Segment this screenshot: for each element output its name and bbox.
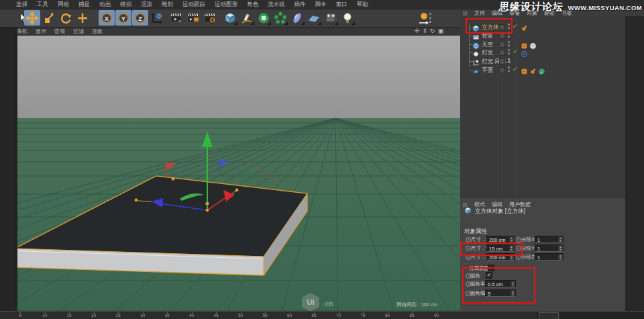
object-row-4[interactable]: 灯光.目标.1 bbox=[460, 57, 625, 65]
layer-chip[interactable] bbox=[499, 24, 505, 30]
menu-item-4[interactable]: 面板 bbox=[92, 28, 103, 35]
menu-item-0[interactable]: 摄像机 bbox=[17, 28, 28, 35]
spinner[interactable]: ▲▼ bbox=[557, 254, 563, 260]
array-button[interactable] bbox=[272, 10, 288, 26]
menu-item-3[interactable]: 过滤 bbox=[73, 28, 84, 35]
keyframe-circle[interactable] bbox=[466, 246, 471, 251]
menu-item-2[interactable]: 选项 bbox=[54, 28, 65, 35]
last-tool-button[interactable] bbox=[74, 10, 91, 26]
render-region-button[interactable] bbox=[185, 10, 201, 26]
workplane-axis-icon[interactable]: xyz bbox=[417, 10, 437, 26]
maximize-view-icon[interactable]: ▣ bbox=[438, 28, 444, 34]
dot-orange-tag-icon[interactable] bbox=[529, 66, 537, 78]
camera-button[interactable] bbox=[323, 10, 339, 26]
pan-view-icon[interactable]: ✛ bbox=[415, 28, 420, 34]
lock-y-button[interactable]: Y bbox=[115, 10, 131, 26]
menu-item-5[interactable]: 书签 bbox=[561, 9, 572, 17]
value-field[interactable]: 1▲▼ bbox=[535, 244, 564, 252]
subdivision-button[interactable] bbox=[256, 10, 272, 26]
timeline-ruler[interactable]: 51015202530354045505560657075808590 bbox=[0, 311, 644, 319]
floor-button[interactable] bbox=[306, 10, 322, 26]
layer-chip[interactable] bbox=[499, 50, 505, 56]
tag-orange-tag-icon[interactable] bbox=[521, 66, 528, 78]
enabled-check-icon[interactable]: ✓ bbox=[513, 23, 518, 30]
render-view-button[interactable] bbox=[168, 10, 184, 26]
keyframe-circle[interactable] bbox=[516, 255, 521, 260]
visibility-dots[interactable] bbox=[508, 66, 510, 73]
menu-item-2[interactable]: 查看 bbox=[509, 9, 520, 17]
menu-item-4[interactable]: 动画 bbox=[99, 1, 111, 9]
enabled-check-icon[interactable]: ✓ bbox=[513, 66, 518, 73]
keyframe-circle[interactable] bbox=[516, 246, 521, 251]
zoom-view-icon[interactable]: ⇕ bbox=[423, 28, 428, 34]
value-field[interactable]: 200 cm▲▼ bbox=[486, 236, 515, 243]
layer-chip[interactable] bbox=[499, 33, 505, 39]
menu-item-12[interactable]: 插件 bbox=[294, 1, 306, 9]
spinner[interactable]: ▲▼ bbox=[508, 245, 514, 251]
visibility-dots[interactable] bbox=[508, 58, 510, 64]
menu-item-5[interactable]: 模拟 bbox=[120, 1, 131, 9]
render-settings-button[interactable] bbox=[202, 10, 218, 26]
value-field[interactable]: 1▲▼ bbox=[535, 253, 564, 261]
visibility-dots[interactable] bbox=[508, 32, 510, 39]
layer-chip[interactable] bbox=[499, 42, 505, 48]
move-button[interactable] bbox=[24, 10, 40, 26]
menu-item-3[interactable]: 对象 bbox=[527, 9, 537, 17]
spinner[interactable]: ▲▼ bbox=[508, 254, 514, 260]
separate-surfaces-checkbox[interactable] bbox=[488, 265, 494, 271]
object-row-0[interactable]: 立方体 ✓ bbox=[460, 23, 625, 31]
menu-item-0[interactable]: 文件 bbox=[474, 9, 485, 17]
menu-item-8[interactable]: 运动跟踪 bbox=[182, 1, 205, 9]
visibility-dots[interactable] bbox=[508, 41, 510, 48]
primitive-cube-button[interactable] bbox=[222, 10, 238, 26]
viewport-scene[interactable]: UI ·cn 网格间距 : 100 cm bbox=[17, 35, 460, 314]
object-name[interactable]: 背景 bbox=[482, 32, 493, 40]
texture-green-tag-icon[interactable] bbox=[538, 66, 545, 78]
enabled-check-icon[interactable]: ✓ bbox=[513, 48, 518, 55]
layer-chip[interactable] bbox=[499, 58, 505, 64]
object-row-2[interactable]: 天空 bbox=[460, 40, 625, 48]
keyframe-circle[interactable] bbox=[466, 237, 471, 242]
object-name[interactable]: 灯光 bbox=[482, 49, 493, 57]
spinner[interactable]: ▲▼ bbox=[557, 245, 563, 251]
value-field[interactable]: 1▲▼ bbox=[535, 236, 564, 243]
object-row-3[interactable]: 灯光 ✓ bbox=[460, 48, 625, 56]
object-name[interactable]: 立方体 bbox=[482, 24, 499, 32]
menu-item-14[interactable]: 窗口 bbox=[336, 1, 347, 9]
object-name[interactable]: 平面 bbox=[482, 66, 493, 75]
menu-item-1[interactable]: 工具 bbox=[37, 1, 48, 9]
keyframe-circle[interactable] bbox=[466, 255, 471, 260]
coord-system-button[interactable] bbox=[149, 10, 165, 26]
menu-item-13[interactable]: 脚本 bbox=[315, 1, 327, 9]
deformer-bend-button[interactable] bbox=[289, 10, 305, 26]
menu-item-9[interactable]: 运动图形 bbox=[215, 1, 237, 9]
visibility-dots[interactable] bbox=[508, 49, 510, 56]
scale-button[interactable] bbox=[41, 10, 57, 26]
menu-item-7[interactable]: 雕刻 bbox=[162, 1, 173, 9]
object-row-5[interactable]: 平面 ✓ bbox=[460, 66, 625, 74]
menu-item-1[interactable]: 编辑 bbox=[492, 9, 502, 17]
menu-item-10[interactable]: 角色 bbox=[247, 1, 258, 9]
lock-z-button[interactable]: Z bbox=[132, 10, 148, 26]
menu-item-11[interactable]: 流水线 bbox=[268, 1, 285, 9]
object-name[interactable]: 灯光.目标.1 bbox=[482, 58, 511, 66]
value-field[interactable]: 0.5 cm▲▼ bbox=[485, 280, 516, 287]
lock-x-button[interactable]: X bbox=[99, 10, 115, 26]
visibility-dots[interactable] bbox=[508, 24, 510, 30]
spline-pen-button[interactable] bbox=[239, 10, 255, 26]
menu-item-15[interactable]: 帮助 bbox=[357, 1, 368, 9]
light-button[interactable] bbox=[339, 10, 356, 26]
menu-item-4[interactable]: 标签 bbox=[544, 9, 555, 17]
spinner[interactable]: ▲▼ bbox=[508, 236, 514, 242]
menu-item-2[interactable]: 网格 bbox=[58, 1, 69, 9]
object-row-1[interactable]: 背景 bbox=[460, 32, 625, 40]
menu-item-1[interactable]: 显示 bbox=[36, 28, 46, 35]
spinner[interactable]: ▲▼ bbox=[510, 281, 515, 287]
keyframe-circle[interactable] bbox=[516, 237, 521, 242]
value-field[interactable]: 5▲▼ bbox=[485, 289, 516, 297]
rotate-view-icon[interactable]: ↻ bbox=[430, 28, 435, 34]
spinner[interactable]: ▲▼ bbox=[510, 290, 515, 296]
fillet-checkbox[interactable]: ✓ bbox=[486, 272, 492, 279]
value-field[interactable]: 15 cm▲▼ bbox=[486, 244, 515, 252]
menu-item-3[interactable]: 捕捉 bbox=[78, 1, 90, 9]
